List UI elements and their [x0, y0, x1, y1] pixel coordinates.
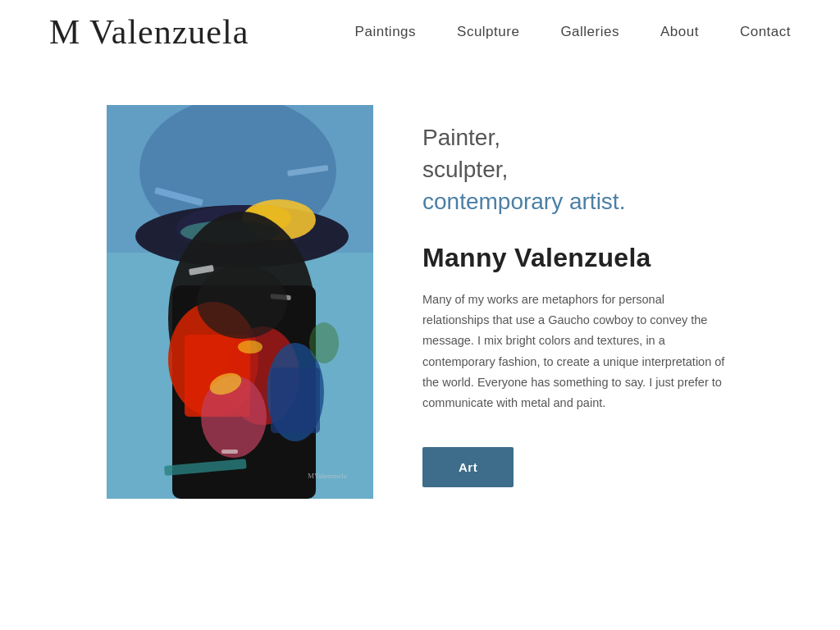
nav-sculpture[interactable]: Sculpture [457, 24, 519, 40]
svg-point-26 [197, 265, 287, 339]
logo[interactable]: M Valenzuela [49, 15, 249, 49]
nav-contact[interactable]: Contact [740, 24, 791, 40]
svg-rect-18 [221, 450, 238, 454]
bio-text: Many of my works are metaphors for perso… [422, 290, 734, 414]
logo-text: M Valenzuela [49, 15, 249, 49]
tagline-line2: sculpter, [422, 157, 508, 182]
svg-point-20 [238, 340, 262, 354]
main-content: MValenzuela Painter, sculpter, contempor… [0, 64, 840, 548]
tagline-highlight: contemporary artist. [422, 189, 625, 214]
art-button[interactable]: Art [422, 447, 514, 487]
main-nav: Paintings Sculpture Galleries About Cont… [355, 24, 791, 40]
artwork-image: MValenzuela [107, 105, 373, 499]
artist-name: Manny Valenzuela [422, 243, 758, 273]
nav-about[interactable]: About [660, 24, 699, 40]
svg-rect-14 [271, 368, 320, 433]
tagline: Painter, sculpter, contemporary artist. [422, 121, 758, 218]
nav-galleries[interactable]: Galleries [560, 24, 619, 40]
text-content: Painter, sculpter, contemporary artist. … [422, 105, 758, 487]
svg-point-23 [309, 322, 339, 363]
svg-text:MValenzuela: MValenzuela [308, 472, 346, 480]
tagline-line1: Painter, [422, 125, 500, 150]
nav-paintings[interactable]: Paintings [355, 24, 416, 40]
